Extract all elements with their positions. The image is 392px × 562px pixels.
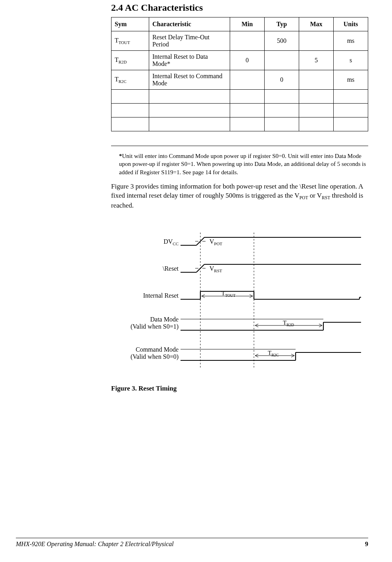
- para-sub1: POT: [300, 195, 308, 200]
- cell-characteristic: [149, 90, 230, 104]
- page-footer: MHX-920E Operating Manual: Chapter 2 Ele…: [16, 538, 368, 548]
- cell-max: [299, 31, 334, 51]
- cell-units: ms: [334, 70, 368, 90]
- th-typ: Typ: [265, 17, 299, 31]
- label-cmd-mode-l1: Command Mode: [136, 346, 179, 353]
- th-sym: Sym: [111, 17, 149, 31]
- cell-max: [299, 104, 334, 117]
- para-part2: or V: [308, 192, 322, 199]
- table-row: TR2DInternal Reset to Data Mode*05s: [111, 51, 368, 70]
- cell-sym: TR2D: [111, 51, 149, 70]
- label-reset: \Reset: [163, 265, 179, 272]
- cell-max: [299, 90, 334, 104]
- cell-min: [230, 70, 265, 90]
- cell-sym: TR2C: [111, 70, 149, 90]
- th-min: Min: [230, 17, 265, 31]
- cell-typ: 0: [265, 70, 299, 90]
- cell-characteristic: [149, 104, 230, 117]
- footnote-text: *Unit will enter into Command Mode upon …: [119, 152, 368, 176]
- cell-max: [299, 117, 334, 131]
- cell-typ: 500: [265, 31, 299, 51]
- cell-min: [230, 90, 265, 104]
- cell-units: s: [334, 51, 368, 70]
- th-units: Units: [334, 17, 368, 31]
- label-internal-reset: Internal Reset: [143, 292, 179, 299]
- cell-max: 5: [299, 51, 334, 70]
- cell-sym: [111, 104, 149, 117]
- section-heading: 2.4 AC Characteristics: [111, 2, 368, 13]
- label-data-mode-l1: Data Mode: [150, 316, 179, 323]
- table-row: [111, 90, 368, 104]
- cell-characteristic: Reset Delay Time-Out Period: [149, 31, 230, 51]
- label-tr2c: TR2C: [268, 350, 279, 357]
- footnote-rule: [111, 146, 368, 146]
- table-row: TR2CInternal Reset to Command Mode0ms: [111, 70, 368, 90]
- timing-diagram: DVCC VPOT \Reset VRST Internal Reset: [107, 229, 368, 373]
- cell-typ: [265, 104, 299, 117]
- footnote-marker: *: [119, 153, 122, 159]
- cell-typ: [265, 90, 299, 104]
- table-row: [111, 104, 368, 117]
- cell-characteristic: Internal Reset to Data Mode*: [149, 51, 230, 70]
- label-data-mode-l2: (Valid when S0=1): [131, 323, 179, 330]
- cell-typ: [265, 51, 299, 70]
- cell-min: 0: [230, 51, 265, 70]
- footnote-body: Unit will enter into Command Mode upon p…: [119, 153, 366, 175]
- cell-characteristic: [149, 117, 230, 131]
- body-paragraph: Figure 3 provides timing information for…: [111, 182, 368, 210]
- para-sub2: RST: [322, 195, 330, 200]
- table-row: TTOUTReset Delay Time-Out Period500ms: [111, 31, 368, 51]
- cell-typ: [265, 117, 299, 131]
- footer-right: 9: [365, 541, 368, 548]
- cell-units: [334, 104, 368, 117]
- cell-min: [230, 104, 265, 117]
- label-tr2d: TR2D: [283, 319, 294, 327]
- cell-sym: [111, 117, 149, 131]
- label-vpot: VPOT: [209, 238, 223, 246]
- cell-max: [299, 70, 334, 90]
- label-vrst: VRST: [209, 265, 222, 273]
- th-max: Max: [299, 17, 334, 31]
- table-row: [111, 117, 368, 131]
- label-dvcc: DVCC: [163, 238, 179, 246]
- cell-sym: TTOUT: [111, 31, 149, 51]
- cell-units: [334, 90, 368, 104]
- cell-min: [230, 117, 265, 131]
- cell-min: [230, 31, 265, 51]
- ac-characteristics-table: Sym Characteristic Min Typ Max Units TTO…: [111, 17, 368, 131]
- cell-characteristic: Internal Reset to Command Mode: [149, 70, 230, 90]
- cell-sym: [111, 90, 149, 104]
- th-characteristic: Characteristic: [149, 17, 230, 31]
- figure-caption: Figure 3. Reset Timing: [111, 385, 368, 393]
- table-header-row: Sym Characteristic Min Typ Max Units: [111, 17, 368, 31]
- cell-units: ms: [334, 31, 368, 51]
- cell-units: [334, 117, 368, 131]
- label-cmd-mode-l2: (Valid when S0=0): [131, 353, 179, 360]
- footer-left: MHX-920E Operating Manual: Chapter 2 Ele…: [16, 541, 174, 548]
